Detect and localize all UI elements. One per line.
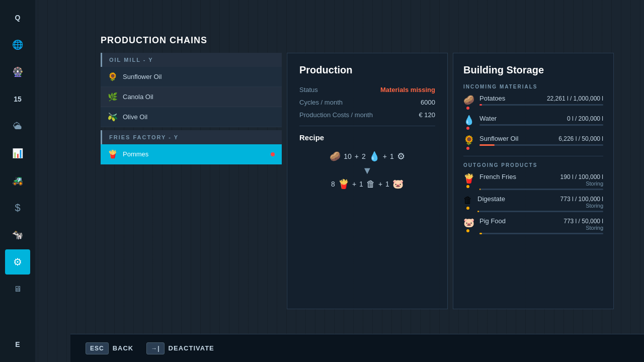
sunflower-oil-bar-bg [479,144,603,146]
fries-output-icon: 🍟 [338,178,349,190]
sidebar: Q 🌐 🎡 15 🌥 📊 🚜 $ 🐄 ⚙ 🖥 E [0,0,35,362]
sidebar-e-button[interactable]: E [5,332,30,357]
esc-key-badge: ESC [86,342,109,354]
sidebar-calendar-icon[interactable]: 15 [5,86,30,112]
incoming-materials-label: INCOMING MATERIALS [463,84,603,89]
cycles-label: Cycles / month [299,99,343,106]
digestate-bar-bg [477,211,603,212]
recipe-output-qty1: 8 [331,180,335,188]
back-label: BACK [113,344,134,352]
olive-oil-icon: 🫒 [108,112,118,122]
pig-food-details: Pig Food 773 l / 50,000 l Storing [479,217,603,234]
recipe-title: Recipe [299,133,435,142]
pig-food-row: Pig Food 773 l / 50,000 l [479,217,603,225]
sidebar-chart-icon[interactable]: 📊 [5,141,30,166]
water-name: Water [479,115,497,122]
chains-panel: PRODUCTION CHAINS OIL MILL - Y 🌻 Sunflow… [101,35,282,164]
french-fries-storage-item: 🍟 French Fries 190 l / 100,000 l Storing [463,173,603,190]
costs-label: Production Costs / month [299,111,373,119]
sunflower-oil-label: Sunflower Oil [123,73,162,80]
sunflower-oil-item[interactable]: 🌻 Sunflower Oil [101,67,282,87]
french-fries-bar-bg [479,189,603,190]
pig-food-storage-item: 🐷 Pig Food 773 l / 50,000 l Storing [463,217,603,234]
water-dot [466,127,469,130]
sidebar-tractor-icon[interactable]: 🚜 [5,168,30,193]
sunflower-oil-row: Sunflower Oil 6,226 l / 50,000 l [479,135,603,142]
storage-divider [463,156,603,156]
sunflower-oil-icon: 🌻 [108,72,118,81]
deactivate-label: DEACTIVATE [169,344,214,352]
cycles-row: Cycles / month 6000 [299,99,435,106]
prod-divider [299,126,435,126]
sunflower-oil-details: Sunflower Oil 6,226 l / 50,000 l [479,135,603,146]
pig-food-name: Pig Food [479,217,506,225]
bottom-bar: ESC BACK →| DEACTIVATE [70,334,644,362]
back-button[interactable]: ESC BACK [86,342,133,354]
production-panel: Production Status Materials missing Cycl… [287,53,448,309]
digestate-name: Digestate [477,195,505,203]
french-fries-bar-fill [479,189,480,190]
french-fries-name: French Fries [479,173,516,180]
pig-food-bar-bg [479,233,603,234]
sidebar-q-button[interactable]: Q [5,5,30,30]
fries-factory-header: FRIES FACTORY - Y [101,130,282,144]
potatoes-amount: 22,261 l / 1,000,000 l [547,95,603,102]
french-fries-amount: 190 l / 100,000 l [560,173,603,180]
sidebar-steering-icon[interactable]: 🎡 [5,59,30,84]
sidebar-animal-icon[interactable]: 🐄 [5,222,30,247]
canola-oil-item[interactable]: 🌿 Canola Oil [101,87,282,107]
sunflower-oil-recipe-icon: ⚙ [397,151,405,162]
french-fries-status: Storing [479,180,603,187]
pommes-item[interactable]: 🍟 Pommes [101,144,282,164]
plus-icon-3: + [352,180,356,188]
potatoes-row: Potatoes 22,261 l / 1,000,000 l [479,95,603,102]
pig-food-bar-fill [479,233,482,234]
sunflower-oil-bar-fill [479,144,495,146]
digestate-icon: 🗑 [366,179,375,190]
recipe-arrow: ▼ [299,165,435,176]
potatoes-bar-bg [479,104,603,106]
recipe-input-qty1: 10 [344,152,352,160]
recipe-input-qty2: 2 [362,152,366,160]
digestate-storage-item: 🗑 Digestate 773 l / 100,000 l Storing [463,195,603,212]
recipe-outputs-row: 8 🍟 + 1 🗑 + 1 🐷 [299,178,435,190]
french-fries-storage-icon: 🍟 [463,173,474,184]
potatoes-storage-item: 🥔 Potatoes 22,261 l / 1,000,000 l [463,95,603,110]
canola-oil-icon: 🌿 [108,92,118,102]
sunflower-oil-storage-amount: 6,226 l / 50,000 l [558,135,603,142]
water-amount: 0 l / 200,000 l [567,115,603,122]
pig-food-storage-icon: 🐷 [463,218,474,228]
recipe-input-qty3: 1 [390,152,394,160]
water-storage-item: 💧 Water 0 l / 200,000 l [463,115,603,130]
olive-oil-item[interactable]: 🫒 Olive Oil [101,107,282,127]
storage-title: Building Storage [463,64,603,76]
plus-icon-2: + [383,152,387,160]
recipe-inputs-row: 🥔 10 + 2 💧 + 1 ⚙ [299,151,435,162]
sidebar-globe-icon[interactable]: 🌐 [5,32,30,57]
pommes-active-dot [271,152,275,156]
digestate-dot [466,207,469,210]
costs-value: € 120 [419,111,435,119]
storage-panel: Building Storage INCOMING MATERIALS 🥔 Po… [453,53,614,309]
potatoes-bar-fill [479,104,482,106]
sidebar-production-icon[interactable]: ⚙ [5,249,30,275]
pig-food-status: Storing [479,225,603,231]
sidebar-money-icon[interactable]: $ [5,195,30,220]
costs-row: Production Costs / month € 120 [299,111,435,119]
potatoes-icon: 🥔 [463,95,474,105]
chains-title: PRODUCTION CHAINS [101,35,282,46]
deactivate-key-badge: →| [146,342,164,354]
pig-food-amount: 773 l / 50,000 l [564,218,603,225]
pommes-label: Pommes [123,150,148,158]
recipe-output-qty2: 1 [359,180,363,188]
potatoes-dot [466,107,469,110]
digestate-storage-icon: 🗑 [463,195,472,205]
plus-icon-4: + [378,180,382,188]
french-fries-row: French Fries 190 l / 100,000 l [479,173,603,180]
water-row: Water 0 l / 200,000 l [479,115,603,122]
potato-icon: 🥔 [330,151,341,162]
deactivate-button[interactable]: →| DEACTIVATE [146,342,214,354]
sidebar-screen-icon[interactable]: 🖥 [5,277,30,302]
pig-food-icon: 🐷 [392,178,404,190]
sidebar-weather-icon[interactable]: 🌥 [5,114,30,139]
